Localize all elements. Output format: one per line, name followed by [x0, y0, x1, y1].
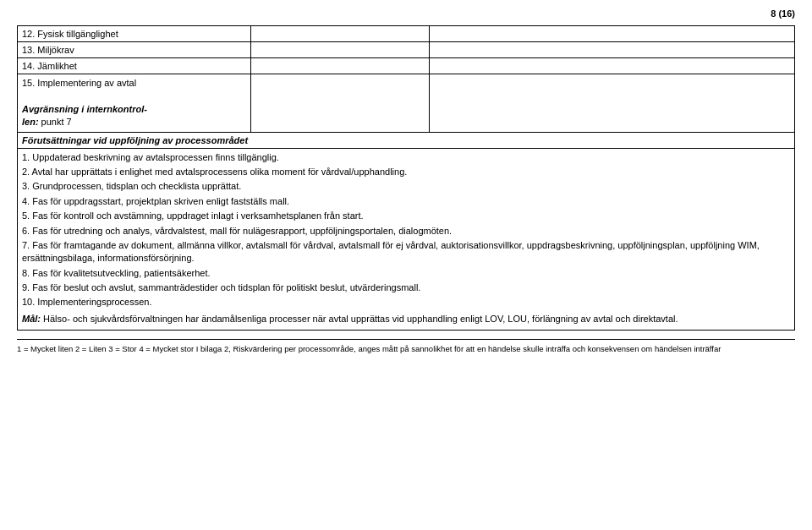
page-number: 8 (16)	[17, 8, 795, 19]
section-header-row: Förutsättningar vid uppföljning av proce…	[18, 132, 795, 148]
footer-text: 1 = Mycket liten 2 = Liten 3 = Stor 4 = …	[17, 344, 721, 353]
item-10: 10. Implementeringsprocessen.	[22, 296, 790, 309]
page-container: 8 (16) 12. Fysisk tillgänglighet 13. Mil…	[0, 0, 812, 530]
item-1: 1. Uppdaterad beskrivning av avtalsproce…	[22, 151, 790, 164]
row-15-text: 15. Implementering av avtal Avgränsning …	[22, 77, 246, 129]
item-7: 7. Fas för framtagande av dokument, allm…	[22, 239, 790, 265]
item-8: 8. Fas för kvalitetsutveckling, patients…	[22, 267, 790, 280]
mal-text: Hälso- och sjukvårdsförvaltningen har än…	[43, 314, 678, 324]
row-12-left: 12. Fysisk tillgänglighet	[18, 26, 251, 42]
section-header-cell: Förutsättningar vid uppföljning av proce…	[18, 132, 795, 148]
item-2: 2. Avtal har upprättats i enlighet med a…	[22, 166, 790, 178]
row-12-mid	[250, 26, 429, 42]
mal-label: Mål:	[22, 314, 41, 324]
row-14-right	[430, 58, 795, 74]
row-15-left: 15. Implementering av avtal Avgränsning …	[18, 74, 251, 133]
table-row: 14. Jämlikhet	[18, 58, 795, 74]
mal-row: Mål: Hälso- och sjukvårdsförvaltningen h…	[22, 313, 790, 325]
footer: 1 = Mycket liten 2 = Liten 3 = Stor 4 = …	[17, 339, 795, 353]
table-row: 13. Miljökrav	[18, 42, 795, 58]
row-12-right	[430, 26, 795, 42]
row-13-mid	[250, 42, 429, 58]
item-4: 4. Fas för uppdragsstart, projektplan sk…	[22, 195, 790, 208]
row-15-right	[430, 74, 795, 133]
item-5: 5. Fas för kontroll och avstämning, uppd…	[22, 210, 790, 222]
table-row: 15. Implementering av avtal Avgränsning …	[18, 74, 795, 133]
row-14-left: 14. Jämlikhet	[18, 58, 251, 74]
row-14-mid	[250, 58, 429, 74]
item-6: 6. Fas för utredning och analys, vårdval…	[22, 225, 790, 238]
item-3: 3. Grundprocessen, tidsplan och checklis…	[22, 180, 790, 193]
row-13-right	[430, 42, 795, 58]
section-content-row: 1. Uppdaterad beskrivning av avtalsproce…	[18, 148, 795, 331]
item-9: 9. Fas för beslut och avslut, sammanträd…	[22, 281, 790, 294]
table-row: 12. Fysisk tillgänglighet	[18, 26, 795, 42]
row-15-mid	[250, 74, 429, 133]
section-content-cell: 1. Uppdaterad beskrivning av avtalsproce…	[18, 148, 795, 331]
row-13-left: 13. Miljökrav	[18, 42, 251, 58]
main-table: 12. Fysisk tillgänglighet 13. Miljökrav …	[17, 25, 795, 331]
